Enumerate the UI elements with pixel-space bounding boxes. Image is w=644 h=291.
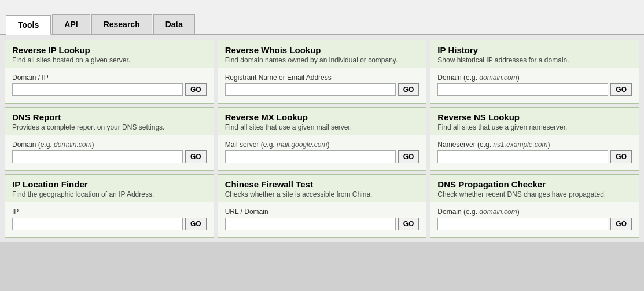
input-row: GO <box>437 218 632 230</box>
tool-card-header: Reverse NS Lookup Find all sites that us… <box>430 108 639 135</box>
tool-card: DNS Propagation Checker Check whether re… <box>430 174 639 238</box>
tool-card: Reverse MX Lookup Find all sites that us… <box>218 107 427 171</box>
tool-card: Reverse IP Lookup Find all sites hosted … <box>5 40 214 104</box>
nav-bar: Tools API Research Data <box>0 12 644 35</box>
tool-text-input[interactable] <box>12 150 183 163</box>
tool-card-header: Reverse MX Lookup Find all sites that us… <box>218 108 426 135</box>
tool-input-group: Domain (e.g. domain.com) GO <box>437 208 632 230</box>
tab-api[interactable]: API <box>52 14 90 34</box>
tool-description: Find the geographic location of an IP Ad… <box>12 190 207 198</box>
tool-card-header: Reverse Whois Lookup Find domain names o… <box>218 40 426 68</box>
tool-text-input[interactable] <box>225 150 396 163</box>
tool-text-input[interactable] <box>225 218 396 230</box>
tool-input-group: Mail server (e.g. mail.google.com) GO <box>225 141 419 163</box>
tool-input-label: Registrant Name or Email Address <box>225 73 419 82</box>
tool-title: DNS Report <box>12 112 207 122</box>
tool-title: Chinese Firewall Test <box>225 179 419 189</box>
tool-card: IP Location Finder Find the geographic l… <box>5 174 214 238</box>
tool-text-input[interactable] <box>437 83 608 96</box>
tool-title: Reverse MX Lookup <box>225 112 419 122</box>
tool-description: Checks whether a site is accessible from… <box>225 190 419 198</box>
input-row: GO <box>225 83 419 96</box>
tool-input-label: Nameserver (e.g. ns1.example.com) <box>437 141 632 149</box>
tool-input-group: Domain (e.g. domain.com) GO <box>437 73 632 96</box>
tool-input-group: Domain (e.g. domain.com) GO <box>12 141 207 163</box>
tool-description: Provides a complete report on your DNS s… <box>12 123 207 131</box>
tool-title: Reverse Whois Lookup <box>225 45 419 55</box>
tool-description: Find domain names owned by an individual… <box>225 56 419 64</box>
go-button[interactable]: GO <box>185 83 207 96</box>
input-row: GO <box>437 83 632 96</box>
tool-title: DNS Propagation Checker <box>437 179 632 189</box>
go-button[interactable]: GO <box>610 83 632 96</box>
input-row: GO <box>12 83 207 96</box>
tool-input-label: Domain (e.g. domain.com) <box>437 73 632 82</box>
go-button[interactable]: GO <box>398 218 419 230</box>
tool-description: Find all sites hosted on a given server. <box>12 56 207 64</box>
tool-card-header: IP History Show historical IP addresses … <box>430 40 639 68</box>
input-row: GO <box>437 150 632 163</box>
go-button[interactable]: GO <box>398 150 419 163</box>
tool-card-header: DNS Propagation Checker Check whether re… <box>430 175 639 202</box>
tool-card-header: Reverse IP Lookup Find all sites hosted … <box>5 40 214 68</box>
tab-research[interactable]: Research <box>91 14 152 34</box>
tool-description: Show historical IP addresses for a domai… <box>437 56 632 64</box>
tool-input-label: IP <box>12 208 207 216</box>
tool-card-header: Chinese Firewall Test Checks whether a s… <box>218 175 426 202</box>
tab-data[interactable]: Data <box>153 14 195 34</box>
tab-tools[interactable]: Tools <box>6 15 51 35</box>
input-row: GO <box>12 218 207 230</box>
tool-card-header: IP Location Finder Find the geographic l… <box>5 175 214 202</box>
tools-grid: Reverse IP Lookup Find all sites hosted … <box>5 40 639 238</box>
input-row: GO <box>225 150 419 163</box>
tool-input-group: Domain / IP GO <box>12 73 207 96</box>
input-row: GO <box>225 218 419 230</box>
tool-text-input[interactable] <box>437 218 608 230</box>
tool-card: DNS Report Provides a complete report on… <box>5 107 214 171</box>
tool-card: Chinese Firewall Test Checks whether a s… <box>218 174 427 238</box>
tool-description: Check whether recent DNS changes have pr… <box>437 190 632 198</box>
tool-input-group: Nameserver (e.g. ns1.example.com) GO <box>437 141 632 163</box>
go-button[interactable]: GO <box>610 150 632 163</box>
header <box>0 0 644 12</box>
tool-text-input[interactable] <box>12 218 183 230</box>
tool-text-input[interactable] <box>437 150 608 163</box>
go-button[interactable]: GO <box>185 218 207 230</box>
tool-input-group: Registrant Name or Email Address GO <box>225 73 419 96</box>
tool-card-header: DNS Report Provides a complete report on… <box>5 108 214 135</box>
tool-title: Reverse NS Lookup <box>437 112 632 122</box>
main-content: Reverse IP Lookup Find all sites hosted … <box>0 35 644 242</box>
go-button[interactable]: GO <box>185 150 207 163</box>
tool-title: IP Location Finder <box>12 179 207 189</box>
tool-input-label: Mail server (e.g. mail.google.com) <box>225 141 419 149</box>
tool-input-group: URL / Domain GO <box>225 208 419 230</box>
tool-text-input[interactable] <box>225 83 396 96</box>
tool-input-label: URL / Domain <box>225 208 419 216</box>
tool-input-label: Domain / IP <box>12 73 207 82</box>
tool-description: Find all sites that use a given nameserv… <box>437 123 632 131</box>
go-button[interactable]: GO <box>610 218 632 230</box>
tool-description: Find all sites that use a given mail ser… <box>225 123 419 131</box>
go-button[interactable]: GO <box>398 83 419 96</box>
tool-card: Reverse NS Lookup Find all sites that us… <box>430 107 639 171</box>
tool-input-label: Domain (e.g. domain.com) <box>12 141 207 149</box>
tool-text-input[interactable] <box>12 83 183 96</box>
tool-title: Reverse IP Lookup <box>12 45 207 55</box>
tool-card: IP History Show historical IP addresses … <box>430 40 639 104</box>
tool-title: IP History <box>437 45 632 55</box>
tool-input-group: IP GO <box>12 208 207 230</box>
input-row: GO <box>12 150 207 163</box>
tool-card: Reverse Whois Lookup Find domain names o… <box>218 40 427 104</box>
tool-input-label: Domain (e.g. domain.com) <box>437 208 632 216</box>
